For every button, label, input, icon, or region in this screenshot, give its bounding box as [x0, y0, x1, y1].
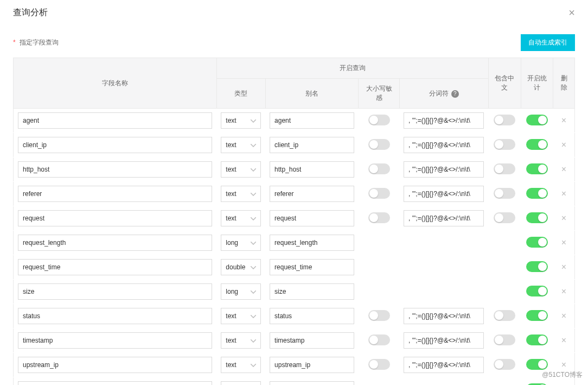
chevron-down-icon [251, 190, 256, 198]
type-select[interactable]: text [221, 357, 261, 373]
table-body: text×text×text×text×text×long×double×lon… [14, 109, 575, 386]
delete-row-icon[interactable]: × [561, 287, 566, 296]
stats-toggle[interactable] [526, 286, 548, 296]
stats-toggle[interactable] [526, 383, 548, 386]
field-name-input[interactable] [18, 308, 212, 324]
tokenizer-input[interactable] [404, 137, 484, 153]
required-field-label: * 指定字段查询 [13, 38, 59, 47]
alias-input[interactable] [270, 283, 354, 300]
type-select[interactable]: text [221, 186, 261, 202]
field-name-input[interactable] [18, 112, 212, 129]
delete-row-icon[interactable]: × [561, 262, 566, 272]
chevron-down-icon [251, 117, 256, 124]
chevron-down-icon [251, 239, 256, 247]
include-chinese-toggle[interactable] [494, 334, 515, 345]
delete-row-icon[interactable]: × [561, 213, 566, 223]
case-sensitive-toggle[interactable] [368, 212, 390, 223]
col-header-alias: 别名 [265, 79, 359, 109]
tokenizer-input[interactable] [404, 308, 484, 324]
type-select[interactable]: text [221, 332, 261, 349]
delete-row-icon[interactable]: × [561, 238, 566, 247]
delete-row-icon[interactable]: × [561, 311, 566, 320]
alias-input[interactable] [270, 161, 354, 178]
help-icon[interactable]: ? [451, 90, 459, 98]
include-chinese-toggle[interactable] [494, 163, 515, 174]
type-select[interactable]: long [221, 235, 261, 251]
delete-row-icon[interactable]: × [561, 116, 566, 125]
field-name-input[interactable] [18, 137, 212, 153]
tokenizer-input[interactable] [404, 186, 484, 202]
stats-toggle[interactable] [526, 115, 548, 125]
delete-row-icon[interactable]: × [561, 189, 566, 198]
alias-input[interactable] [270, 186, 354, 202]
tokenizer-input[interactable] [404, 332, 484, 349]
modal-header: 查询分析 × [13, 0, 575, 28]
alias-input[interactable] [270, 357, 354, 373]
stats-toggle[interactable] [526, 310, 548, 321]
stats-toggle[interactable] [526, 139, 548, 150]
col-header-case-sensitive: 大小写敏感 [359, 79, 399, 109]
stats-toggle[interactable] [526, 237, 548, 248]
case-sensitive-toggle[interactable] [368, 188, 390, 199]
case-sensitive-toggle[interactable] [368, 163, 390, 174]
field-name-input[interactable] [18, 259, 212, 275]
case-sensitive-toggle[interactable] [368, 139, 390, 150]
tokenizer-input[interactable] [404, 357, 484, 373]
include-chinese-toggle[interactable] [494, 188, 515, 199]
tokenizer-input[interactable] [404, 112, 484, 129]
type-select[interactable]: text [221, 210, 261, 226]
auto-generate-index-button[interactable]: 自动生成索引 [521, 34, 575, 51]
alias-input[interactable] [270, 259, 354, 275]
alias-input[interactable] [270, 137, 354, 153]
stats-toggle[interactable] [526, 163, 548, 174]
field-name-input[interactable] [18, 161, 212, 178]
field-name-input[interactable] [18, 332, 212, 349]
stats-toggle[interactable] [526, 334, 548, 345]
type-select[interactable]: text [221, 308, 261, 324]
type-select[interactable]: long [221, 283, 261, 300]
type-select[interactable]: double [221, 259, 261, 275]
field-name-input[interactable] [18, 186, 212, 202]
include-chinese-toggle[interactable] [494, 310, 515, 321]
alias-input[interactable] [270, 332, 354, 349]
type-select[interactable]: text [221, 137, 261, 153]
case-sensitive-toggle[interactable] [368, 334, 390, 345]
field-name-input[interactable] [18, 210, 212, 226]
alias-input[interactable] [270, 308, 354, 324]
field-name-input[interactable] [18, 357, 212, 373]
include-chinese-toggle[interactable] [494, 115, 515, 125]
table-row: text× [14, 304, 575, 329]
tokenizer-input[interactable] [404, 161, 484, 178]
delete-row-icon[interactable]: × [561, 336, 566, 345]
delete-row-icon[interactable]: × [561, 140, 566, 149]
chevron-down-icon [251, 337, 256, 344]
type-select[interactable]: text [221, 112, 261, 129]
alias-input[interactable] [270, 381, 354, 385]
table-row: text× [14, 182, 575, 206]
field-name-input[interactable] [18, 283, 212, 300]
table-row: text× [14, 133, 575, 157]
include-chinese-toggle[interactable] [494, 359, 515, 370]
alias-input[interactable] [270, 112, 354, 129]
case-sensitive-toggle[interactable] [368, 310, 390, 321]
delete-row-icon[interactable]: × [561, 360, 566, 369]
case-sensitive-toggle[interactable] [368, 115, 390, 125]
close-icon[interactable]: × [568, 7, 575, 19]
include-chinese-toggle[interactable] [494, 212, 515, 223]
field-name-input[interactable] [18, 381, 212, 385]
stats-toggle[interactable] [526, 188, 548, 199]
tokenizer-input[interactable] [404, 210, 484, 226]
include-chinese-toggle[interactable] [494, 139, 515, 150]
type-select-value: text [226, 337, 236, 344]
stats-toggle[interactable] [526, 212, 548, 223]
stats-toggle[interactable] [526, 261, 548, 272]
type-select[interactable]: double [221, 381, 261, 385]
delete-row-icon[interactable]: × [561, 165, 566, 174]
type-select[interactable]: text [221, 161, 261, 178]
case-sensitive-toggle[interactable] [368, 359, 390, 370]
chevron-down-icon [251, 263, 256, 271]
field-name-input[interactable] [18, 235, 212, 251]
stats-toggle[interactable] [526, 359, 548, 370]
alias-input[interactable] [270, 210, 354, 226]
alias-input[interactable] [270, 235, 354, 251]
